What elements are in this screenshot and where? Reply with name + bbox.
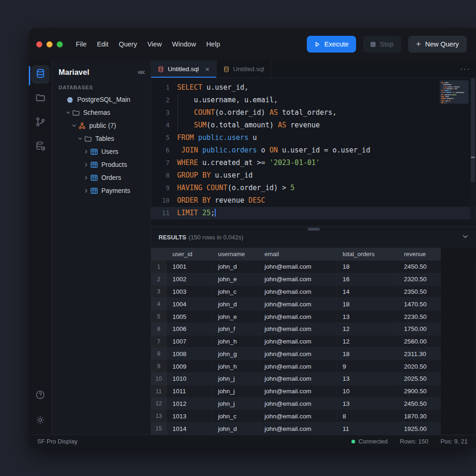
chevron-down-icon[interactable] (71, 124, 77, 128)
databases-section-label: DATABASES (52, 79, 151, 93)
line-number: 1 (151, 81, 177, 94)
column-header-email[interactable]: email (259, 248, 337, 260)
results-row-12[interactable]: 121012john_jjohn@email.com132450.50 (151, 397, 476, 410)
chevron-down-icon[interactable] (77, 137, 83, 141)
menu-item-view[interactable]: View (147, 40, 162, 48)
column-header-total-orders[interactable]: total_orders (337, 248, 398, 260)
results-rows: 11001john_djohn@email.com182450.5021002j… (151, 260, 476, 435)
zoom-window-button[interactable] (57, 41, 63, 47)
editor-line-8: 8GROUP BY u.user_id (151, 169, 476, 182)
rail-help-button[interactable] (31, 386, 50, 405)
menu-item-window[interactable]: Window (172, 40, 196, 48)
results-row-5[interactable]: 51005john_ejohn@email.com132230.50 (151, 310, 476, 323)
scrollbar-cursor-marker (471, 157, 475, 158)
results-row-11[interactable]: 111011john_jjohn@email.com102900.50 (151, 385, 476, 397)
stop-button[interactable]: Stop (363, 36, 401, 53)
minimize-window-button[interactable] (46, 41, 53, 47)
tab-untitled-sql-2[interactable]: Untitled.sql (217, 60, 271, 78)
sidebar-title: Mariavel (59, 68, 89, 77)
results-row-7[interactable]: 71007john_hjohn@email.com122560.00 (151, 335, 476, 348)
cell-user-id: 1005 (167, 310, 212, 323)
cell-revenue: 2350.50 (398, 285, 441, 298)
row-filler (441, 372, 476, 385)
close-tab-icon[interactable]: × (205, 65, 210, 73)
results-row-4[interactable]: 41004john_djohn@email.com181470.50 (151, 298, 476, 310)
menu-item-edit[interactable]: Edit (97, 40, 108, 48)
cell-total-orders: 8 (337, 410, 398, 422)
tree-item-label: Orders (101, 174, 121, 181)
tree-item-public-7[interactable]: public (7) (52, 119, 151, 132)
column-header-username[interactable]: username (212, 248, 259, 260)
results-meta: (150 rows in 0.042s) (189, 234, 244, 241)
tab-untitled-sql-1[interactable]: Untitled.sql× (151, 60, 217, 78)
stop-label: Stop (380, 40, 394, 48)
chevron-right-icon[interactable] (83, 150, 89, 154)
results-row-6[interactable]: 61006john_fjohn@email.com121750.00 (151, 323, 476, 335)
new-query-button[interactable]: + New Query (408, 36, 467, 53)
editor-line-11: 11LIMIT 25; (151, 207, 476, 219)
results-row-9[interactable]: 91009john_hjohn@email.com92020.50 (151, 360, 476, 372)
chevron-right-icon[interactable] (83, 189, 89, 193)
rail-database-button[interactable] (31, 65, 50, 84)
rail-folder-button[interactable] (31, 89, 50, 108)
menu-item-file[interactable]: File (76, 40, 86, 48)
sql-editor[interactable]: 1SELECT u.user_id,2 u.username, u.email,… (151, 78, 476, 226)
tree-item-schemas[interactable]: Schemas (52, 106, 151, 119)
results-resize-handle[interactable] (308, 228, 320, 231)
tab-overflow-menu[interactable]: ··· (460, 60, 470, 78)
chevron-right-icon[interactable] (83, 163, 89, 167)
chevron-down-icon[interactable] (65, 111, 71, 115)
new-query-label: New Query (425, 40, 459, 48)
execute-button[interactable]: Execute (307, 36, 356, 53)
cell-revenue: 2025.50 (398, 372, 441, 385)
tree-item-label: Schemas (83, 109, 110, 116)
column-header-revenue[interactable]: revenue (398, 248, 441, 260)
row-filler (441, 335, 476, 348)
cell-user-id: 1014 (167, 422, 212, 435)
cell-revenue: 1870.30 (398, 410, 441, 422)
menu-item-help[interactable]: Help (206, 40, 220, 48)
editor-minimap[interactable] (440, 80, 469, 104)
tree-item-orders[interactable]: Orders (52, 171, 151, 184)
stop-icon (370, 42, 376, 47)
results-row-2[interactable]: 21002john_ejohn@email.com162320.50 (151, 273, 476, 285)
code-text: GROUP BY u.user_id (177, 169, 253, 182)
tree-item-postgresql-main[interactable]: PostgreSQL_Main (52, 93, 151, 106)
rail-gear-button[interactable] (31, 411, 50, 430)
cell-user-id: 1003 (167, 285, 212, 298)
results-row-15[interactable]: 151014john_djohn@email.com111925.00 (151, 422, 476, 435)
tree-item-products[interactable]: Products (52, 158, 151, 171)
row-number: 8 (151, 347, 167, 360)
status-left-text: SF Pro Display (37, 438, 78, 445)
tab-label: Untitled.sql (168, 66, 199, 73)
column-header-user-id[interactable]: user_id (167, 248, 212, 260)
table-icon (90, 187, 98, 195)
tree-item-users[interactable]: Users (52, 145, 151, 158)
results-row-13[interactable]: 131013john_cjohn@email.com81870.30 (151, 410, 476, 422)
close-window-button[interactable] (36, 41, 42, 47)
results-row-10[interactable]: 101010john_jjohn@email.com132025.50 (151, 372, 476, 385)
connected-dot-icon (351, 440, 355, 443)
results-row-1[interactable]: 11001john_djohn@email.com182450.50 (151, 260, 476, 273)
tree-item-payments[interactable]: Payments (52, 184, 151, 197)
editor-scrollbar-thumb[interactable] (471, 78, 475, 182)
results-title: RESULTS (159, 234, 186, 241)
results-row-8[interactable]: 81008john_gjohn@email.com182311.30 (151, 347, 476, 360)
cell-total-orders: 12 (337, 323, 398, 335)
menu-item-query[interactable]: Query (119, 40, 137, 48)
line-number: 2 (151, 94, 177, 106)
cell-username: john_j (212, 385, 259, 397)
code-text: JOIN public.orders o ON u.user_id = o.us… (177, 144, 370, 157)
cell-total-orders: 18 (337, 298, 398, 310)
chevron-right-icon[interactable] (83, 176, 89, 180)
rail-branch-button[interactable] (31, 113, 50, 132)
rail-export-database-button[interactable] (31, 138, 50, 156)
editor-line-6: 6 JOIN public.orders o ON u.user_id = o.… (151, 144, 476, 157)
collapse-sidebar-icon[interactable]: «« (138, 68, 144, 76)
row-filler (441, 410, 476, 422)
line-number: 7 (151, 157, 177, 169)
tree-item-tables[interactable]: Tables (52, 132, 151, 145)
collapse-results-icon[interactable] (462, 233, 469, 242)
cell-username: john_d (212, 298, 259, 310)
results-row-3[interactable]: 31003john_cjohn@email.com142350.50 (151, 285, 476, 298)
